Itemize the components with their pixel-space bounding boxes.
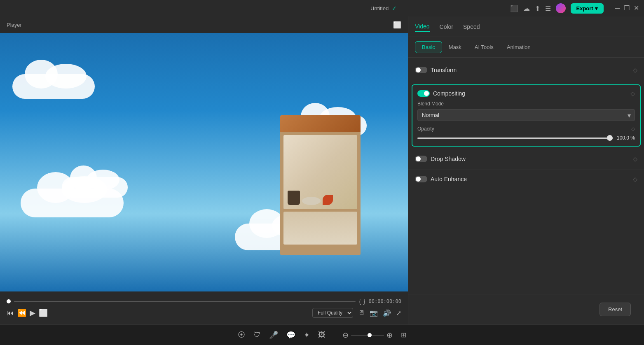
auto-enhance-toggle[interactable]: [415, 176, 427, 182]
monitor-icon[interactable]: 🖥: [358, 309, 365, 317]
stop-button[interactable]: ⬜: [39, 308, 48, 317]
drop-shadow-section: Drop Shadow ◇: [408, 150, 644, 170]
player-controls: { } 00:00:00:00 ⏮ ⏪ ▶ ⬜ Full Quality 1/2…: [0, 291, 408, 324]
cloud-1: [12, 74, 95, 99]
zoom-thumb[interactable]: [368, 333, 372, 337]
opacity-slider-row: 100.0 %: [417, 135, 635, 141]
captions-icon[interactable]: 💬: [286, 331, 295, 340]
chevron-down-icon: ▾: [595, 5, 598, 12]
main-content: Player ⬜: [0, 16, 644, 324]
overlay-image-top: [280, 115, 361, 132]
subtab-mask[interactable]: Mask: [442, 42, 468, 53]
player-header: Player ⬜: [0, 16, 408, 33]
control-buttons: ⏮ ⏪ ▶ ⬜ Full Quality 1/2 Quality 1/4 Qua…: [7, 308, 401, 318]
shield-icon[interactable]: 🛡: [253, 331, 261, 339]
maximize-button[interactable]: ❐: [624, 5, 630, 12]
transform-title: Transform: [431, 67, 457, 73]
tab-video[interactable]: Video: [415, 21, 430, 32]
opacity-value: 100.0 %: [617, 135, 635, 141]
auto-enhance-keyframe-icon[interactable]: ◇: [633, 176, 637, 182]
zoom-track[interactable]: [351, 335, 384, 336]
compositing-keyframe-icon[interactable]: ◇: [630, 90, 635, 97]
volume-icon[interactable]: 🔊: [383, 309, 391, 317]
drop-shadow-toggle-thumb: [416, 156, 421, 161]
avatar[interactable]: [556, 3, 566, 13]
screenshot-icon[interactable]: 📷: [370, 309, 378, 317]
cloud-icon[interactable]: ☁: [523, 5, 530, 12]
subtab-animation[interactable]: Animation: [500, 42, 537, 53]
quality-dropdown[interactable]: Full Quality 1/2 Quality 1/4 Quality: [312, 308, 353, 318]
playhead-icon[interactable]: ⦿: [238, 331, 245, 339]
blend-mode-label: Blend Mode: [417, 101, 635, 107]
auto-enhance-toggle-thumb: [416, 177, 421, 182]
bottom-separator: [334, 331, 334, 339]
cloud-5: [62, 177, 128, 198]
save-icon[interactable]: ⬛: [510, 5, 518, 12]
timeline-bar: { } 00:00:00:00: [7, 298, 401, 305]
auto-enhance-section: Auto Enhance ◇: [408, 170, 644, 190]
transform-toggle[interactable]: [415, 67, 427, 73]
zoom-out-icon[interactable]: ⊖: [342, 331, 349, 340]
overlay-image[interactable]: [280, 115, 361, 255]
right-top-tabs: Video Color Speed: [408, 16, 644, 37]
player-viewport: [0, 33, 408, 291]
properties-panel: Transform ◇ Compositing ◇: [408, 58, 644, 294]
player-label: Player: [7, 22, 22, 28]
compositing-section: Compositing ◇ Blend Mode Normal Multiply…: [412, 84, 641, 147]
compositing-toggle-thumb: [424, 91, 429, 96]
step-back-button[interactable]: ⏮: [7, 309, 14, 317]
bracket-in[interactable]: {: [359, 298, 361, 305]
effects-icon[interactable]: ✦: [304, 331, 310, 340]
compositing-toggle[interactable]: [417, 90, 430, 97]
player-right-controls: Full Quality 1/2 Quality 1/4 Quality 🖥 📷…: [312, 308, 401, 318]
zoom-controls: ⊖ ⊕: [342, 331, 393, 340]
export-button[interactable]: Export ▾: [571, 3, 604, 14]
transform-header: Transform ◇: [415, 67, 637, 73]
item-leaf: [323, 195, 333, 205]
title-bar: Untitled ✓ ⬛ ☁ ⬆ ☰ Export ▾ ─ ❐ ✕: [0, 0, 644, 16]
bracket-out[interactable]: }: [363, 298, 365, 305]
opacity-slider-track[interactable]: [417, 138, 613, 139]
timeline-track[interactable]: [14, 301, 356, 302]
expand-icon[interactable]: ⬜: [393, 21, 401, 29]
zoom-in-icon[interactable]: ⊕: [386, 331, 393, 340]
bottom-bar: ⦿ 🛡 🎤 💬 ✦ 🖼 ⊖ ⊕ ⊞: [0, 324, 644, 345]
play-button[interactable]: ▶: [30, 308, 35, 317]
media-icon[interactable]: 🖼: [318, 331, 326, 339]
frame-back-button[interactable]: ⏪: [17, 308, 26, 317]
title-bar-icons: ⬛ ☁ ⬆ ☰ Export ▾ ─ ❐ ✕: [510, 3, 639, 14]
sub-tabs: Basic Mask AI Tools Animation: [408, 37, 644, 58]
close-button[interactable]: ✕: [634, 5, 639, 12]
image-cloth: [283, 135, 357, 209]
timeline-playhead[interactable]: [7, 299, 11, 303]
player-background: [0, 33, 408, 291]
compositing-left: Compositing: [417, 90, 465, 97]
subtab-basic[interactable]: Basic: [415, 41, 442, 53]
opacity-keyframe-icon[interactable]: ◇: [631, 126, 635, 132]
transform-keyframe-icon[interactable]: ◇: [633, 67, 637, 73]
share-icon[interactable]: ⬆: [535, 5, 540, 12]
image-items: [288, 172, 353, 205]
compositing-header: Compositing ◇: [417, 90, 635, 97]
opacity-slider-thumb[interactable]: [607, 135, 613, 141]
drop-shadow-keyframe-icon[interactable]: ◇: [633, 156, 637, 162]
blend-mode-select[interactable]: Normal Multiply Screen Overlay Darken Li…: [417, 109, 635, 121]
microphone-icon[interactable]: 🎤: [269, 331, 278, 340]
image-bottom: [283, 212, 357, 245]
fullscreen-icon[interactable]: ⤢: [396, 309, 401, 317]
document-title: Untitled: [370, 5, 389, 12]
saved-check-icon: ✓: [392, 5, 397, 12]
tab-color[interactable]: Color: [440, 22, 453, 32]
drop-shadow-toggle[interactable]: [415, 156, 427, 162]
reset-button[interactable]: Reset: [600, 303, 631, 316]
minimize-button[interactable]: ─: [615, 5, 620, 12]
right-panel: Video Color Speed Basic Mask AI Tools An…: [408, 16, 644, 324]
reset-row: Reset: [408, 294, 644, 324]
tab-speed[interactable]: Speed: [463, 22, 480, 32]
time-display: 00:00:00:00: [369, 298, 401, 304]
subtab-ai-tools[interactable]: AI Tools: [468, 42, 500, 53]
opacity-unit: %: [630, 135, 635, 141]
grid-icon[interactable]: ⊞: [401, 331, 406, 339]
transform-left: Transform: [415, 67, 457, 73]
menu-icon[interactable]: ☰: [545, 5, 551, 12]
